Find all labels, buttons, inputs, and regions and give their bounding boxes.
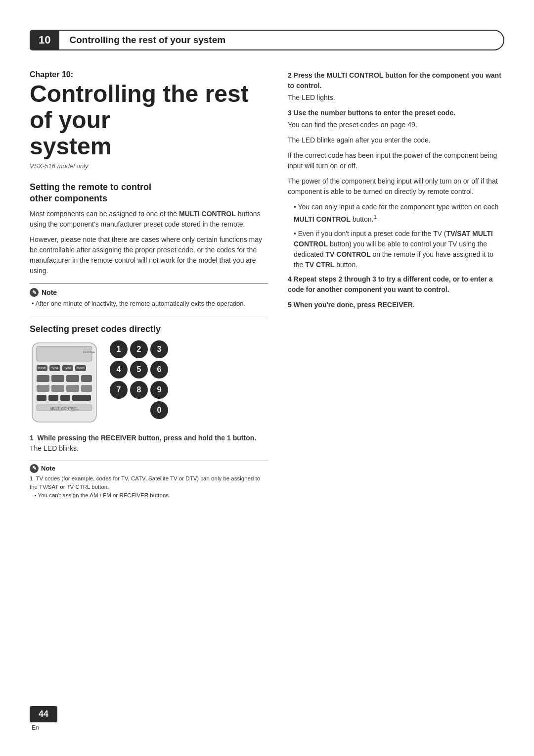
step3-sub1: You can find the preset codes on page 49… (288, 120, 504, 130)
step3-sub4: The power of the component being input w… (288, 176, 504, 197)
chapter-title: Controlling the rest of your system (59, 30, 504, 50)
page-number: 44 (30, 706, 57, 722)
numpad-5: 5 (130, 361, 148, 378)
numpad-7: 7 (110, 381, 128, 399)
bottom-note-text2: • You can't assign the AM / FM or RECEIV… (30, 491, 268, 500)
page-lang: En (30, 724, 39, 731)
step2: 2 Press the MULTI CONTROL button for the… (288, 70, 504, 103)
step1: 1 While pressing the RECEIVER button, pr… (30, 433, 268, 454)
note-text: After one minute of inactivity, the remo… (30, 299, 268, 309)
svg-rect-8 (66, 375, 79, 382)
page-title: Controlling the rest of your system (30, 81, 268, 159)
bottom-note: ✎ Note 1 TV codes (for example, codes fo… (30, 461, 268, 500)
svg-rect-14 (37, 395, 46, 401)
numpad-6: 6 (150, 361, 168, 378)
step3: 3 Use the number buttons to enter the pr… (288, 108, 504, 197)
svg-rect-16 (60, 395, 70, 401)
svg-rect-17 (72, 395, 91, 401)
bottom-note-text1: 1 TV codes (for example, codes for TV, C… (30, 474, 268, 492)
step5: 5 When you're done, press RECEIVER. (288, 300, 504, 310)
step3-sub3: If the correct code has been input the p… (288, 150, 504, 171)
note-box: ✎ Note After one minute of inactivity, t… (30, 283, 268, 309)
step3-heading: 3 Use the number buttons to enter the pr… (288, 108, 504, 118)
content-area: Chapter 10: Controlling the rest of your… (30, 70, 504, 500)
section1-para1: Most components can be assigned to one o… (30, 209, 268, 230)
svg-rect-11 (51, 385, 64, 392)
step3-sub2: The LED blinks again after you enter the… (288, 135, 504, 145)
chapter-label: Chapter 10: (30, 70, 268, 79)
chapter-header: 10 Controlling the rest of your system (30, 30, 504, 50)
svg-rect-6 (37, 375, 49, 382)
section2-heading: Selecting preset codes directly (30, 317, 268, 334)
svg-rect-9 (81, 375, 92, 382)
numpad-9: 9 (150, 381, 168, 399)
numpad-3: 3 (150, 340, 168, 358)
section1-para2: However, please note that there are case… (30, 235, 268, 276)
svg-rect-13 (81, 385, 92, 392)
numpad-area: 1 2 3 4 5 6 7 8 9 0 (107, 340, 168, 419)
numpad-8: 8 (130, 381, 148, 399)
svg-text:TV/S1: TV/S1 (51, 367, 58, 370)
svg-rect-7 (51, 375, 64, 382)
section1-heading: Setting the remote to control other comp… (30, 182, 268, 204)
step2-heading: 2 Press the MULTI CONTROL button for the… (288, 70, 504, 91)
svg-text:DVR/D: DVR/D (77, 367, 85, 370)
right-column: 2 Press the MULTI CONTROL button for the… (288, 70, 504, 500)
remote-image-left: MULTI CONTROL DVD/B TV/S1 TV/S2 DVR/D SO… (30, 340, 99, 426)
svg-text:DVD/B: DVD/B (38, 367, 46, 370)
numpad: 1 2 3 4 5 6 7 8 9 0 (110, 340, 168, 419)
svg-text:MULTI CONTROL: MULTI CONTROL (50, 407, 79, 410)
numpad-4: 4 (110, 361, 128, 378)
bullet1: You can only input a code for the compon… (288, 202, 504, 225)
note-icon: ✎ (30, 288, 39, 297)
note-title: ✎ Note (30, 288, 268, 297)
svg-rect-15 (48, 395, 58, 401)
numpad-2: 2 (130, 340, 148, 358)
svg-rect-12 (66, 385, 79, 392)
remote-image-area: MULTI CONTROL DVD/B TV/S1 TV/S2 DVR/D SO… (30, 340, 268, 426)
numpad-1: 1 (110, 340, 128, 358)
chapter-number: 10 (30, 30, 59, 50)
bottom-note-title: ✎ Note (30, 464, 268, 473)
step4: 4 Repeat steps 2 through 3 to try a diff… (288, 274, 504, 295)
svg-rect-10 (37, 385, 49, 392)
svg-rect-1 (37, 346, 92, 361)
bottom-note-icon: ✎ (30, 464, 39, 473)
page-number-bar: 44 En (30, 706, 57, 731)
bullet2: Even if you don't input a preset code fo… (288, 229, 504, 270)
left-column: Chapter 10: Controlling the rest of your… (30, 70, 268, 500)
numpad-0: 0 (150, 401, 168, 419)
svg-text:SOURCE: SOURCE (83, 350, 95, 353)
model-note: VSX-516 model only (30, 162, 268, 170)
svg-text:TV/S2: TV/S2 (64, 367, 71, 370)
